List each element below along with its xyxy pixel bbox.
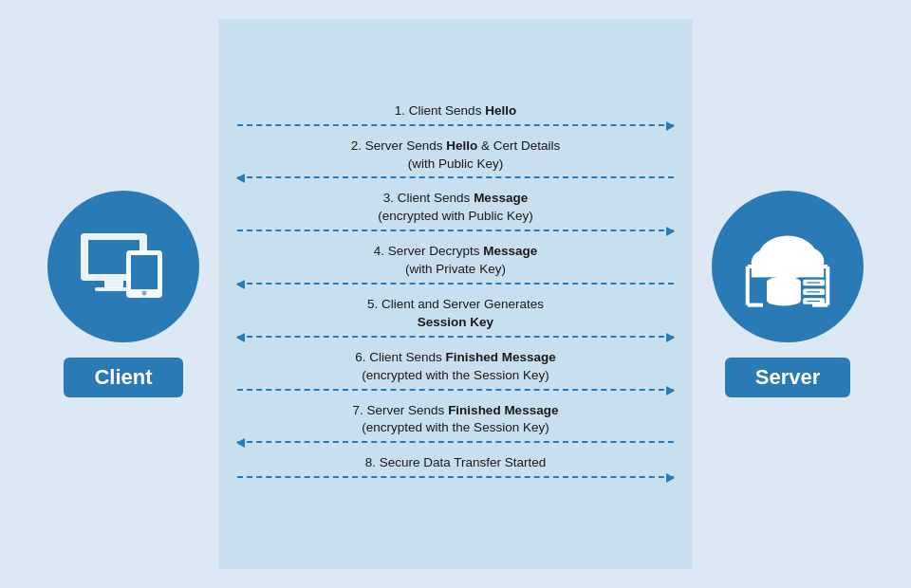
step-6: 6. Client Sends Finished Message(encrypt… — [237, 349, 674, 398]
step-2: 2. Server Sends Hello & Cert Details(wit… — [237, 138, 674, 187]
step-7-arrow — [237, 441, 674, 443]
step-2-arrow — [237, 176, 674, 178]
step-8: 8. Secure Data Transfer Started — [237, 454, 674, 486]
step-1-text: 1. Client Sends Hello — [395, 102, 516, 120]
server-actor: Server — [702, 191, 873, 397]
step-6-arrow — [237, 389, 674, 391]
step-5-text: 5. Client and Server GeneratesSession Ke… — [367, 296, 544, 332]
arrow-right-icon — [237, 124, 674, 126]
step-4-arrow — [237, 283, 674, 285]
client-icon-circle — [47, 191, 199, 342]
step-4: 4. Server Decrypts Message(with Private … — [237, 243, 674, 292]
arrow-left-icon — [237, 283, 674, 285]
step-7: 7. Server Sends Finished Message(encrypt… — [237, 402, 674, 451]
arrow-left-icon — [237, 176, 674, 178]
step-5: 5. Client and Server GeneratesSession Ke… — [237, 296, 674, 345]
svg-rect-5 — [131, 255, 158, 289]
step-8-arrow — [237, 476, 674, 478]
server-cloud-icon — [726, 205, 849, 328]
server-label: Server — [725, 358, 851, 397]
step-3-arrow — [237, 230, 674, 231]
middle-panel: 1. Client Sends Hello 2. Server Sends He… — [218, 19, 693, 569]
arrow-left-icon — [237, 441, 674, 443]
step-5-arrow — [237, 336, 674, 338]
arrow-right-icon — [237, 389, 674, 391]
step-1: 1. Client Sends Hello — [237, 102, 674, 134]
svg-point-21 — [767, 295, 801, 305]
step-1-arrow — [237, 124, 674, 126]
step-3: 3. Client Sends Message(encrypted with P… — [237, 190, 674, 239]
arrow-right-icon — [237, 230, 674, 231]
diagram-container: Client 1. Client Sends Hello 2. Server S… — [0, 0, 911, 588]
step-3-text: 3. Client Sends Message(encrypted with P… — [378, 190, 533, 226]
step-4-text: 4. Server Decrypts Message(with Private … — [374, 243, 538, 279]
server-icon-circle — [712, 191, 864, 342]
svg-rect-2 — [104, 281, 123, 288]
client-devices-icon — [71, 214, 176, 319]
svg-rect-16 — [752, 261, 824, 278]
step-7-text: 7. Server Sends Finished Message(encrypt… — [353, 402, 559, 438]
step-2-text: 2. Server Sends Hello & Cert Details(wit… — [351, 138, 561, 174]
svg-point-6 — [142, 291, 147, 296]
client-label: Client — [64, 358, 182, 397]
arrow-both-icon — [237, 336, 674, 338]
arrow-right-icon — [237, 476, 674, 478]
step-8-text: 8. Secure Data Transfer Started — [365, 454, 547, 472]
step-6-text: 6. Client Sends Finished Message(encrypt… — [355, 349, 556, 385]
client-actor: Client — [38, 191, 209, 397]
